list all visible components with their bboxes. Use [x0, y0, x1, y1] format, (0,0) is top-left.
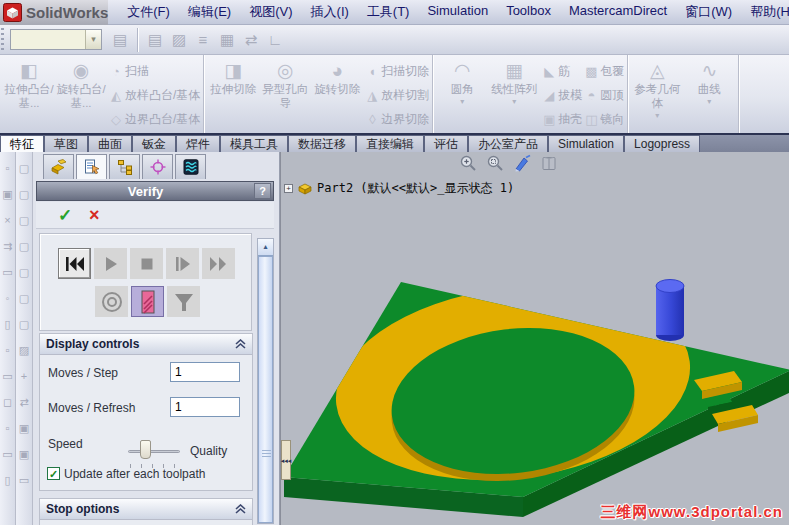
copy-feature-icon[interactable]: ▣ — [17, 416, 31, 442]
sketch-ink-icon[interactable]: ▨ — [167, 28, 191, 52]
propertymanager-tab[interactable] — [76, 154, 107, 179]
lasso-select-icon[interactable]: ▣ — [1, 182, 15, 208]
feature-cube-icon[interactable]: ▢ — [17, 260, 31, 286]
command-tab[interactable]: Logopress — [624, 135, 700, 152]
reference-geometry-button[interactable]: ◬参考几何体▾ — [631, 57, 683, 131]
cancel-button[interactable]: × — [89, 205, 100, 226]
speed-slider-groove[interactable] — [128, 450, 180, 453]
balloon-tool-icon[interactable]: ◦ — [1, 286, 15, 312]
collapse-chevron-icon[interactable] — [235, 339, 246, 349]
boundary-cut-button[interactable]: ◊边界切除 — [363, 107, 429, 131]
configuration-combobox[interactable]: ▾ — [10, 29, 102, 50]
zoom-to-area-icon[interactable] — [486, 154, 504, 172]
feature-cube-icon[interactable]: ▢ — [17, 156, 31, 182]
command-tab[interactable]: 曲面 — [88, 135, 132, 152]
command-tab[interactable]: 钣金 — [132, 135, 176, 152]
command-tab[interactable]: 办公室产品 — [468, 135, 548, 152]
turbo-mode-button[interactable] — [95, 286, 128, 317]
scroll-up-button[interactable]: ▴ — [258, 239, 273, 256]
menubar-item[interactable]: 帮助(H) — [741, 3, 789, 21]
feature-cube-icon[interactable]: ▢ — [17, 286, 31, 312]
revolved-boss-button[interactable]: ◉旋转凸台/基... — [55, 57, 107, 131]
step-forward-button[interactable] — [166, 248, 199, 279]
paste-feature-icon[interactable]: ▣ — [17, 442, 31, 468]
collapse-chevron-icon[interactable] — [235, 504, 246, 514]
feature-cube-icon[interactable]: ▢ — [17, 208, 31, 234]
surface-finish-icon[interactable]: ▭ — [1, 364, 15, 390]
command-tab[interactable]: 直接编辑 — [356, 135, 424, 152]
note-tool-icon[interactable]: ▭ — [1, 260, 15, 286]
boundary-boss-button[interactable]: ◇边界凸台/基体 — [107, 107, 200, 131]
play-button[interactable] — [94, 248, 127, 279]
dropdown-arrow-icon[interactable]: ▾ — [460, 97, 464, 106]
moves-refresh-input[interactable] — [170, 397, 240, 417]
help-button[interactable]: ? — [254, 183, 271, 199]
command-tab[interactable]: Simulation — [548, 135, 624, 152]
revision-tool-icon[interactable]: ▯ — [1, 468, 15, 494]
extruded-cut-button[interactable]: ◨拉伸切除 — [207, 57, 259, 131]
extruded-boss-button[interactable]: ◧拉伸凸台/基... — [3, 57, 55, 131]
feature-cube-icon[interactable]: ▢ — [17, 182, 31, 208]
command-tab[interactable]: 评估 — [424, 135, 468, 152]
pattern-tool-icon[interactable]: ▫ — [1, 416, 15, 442]
featuremanager-tab[interactable] — [43, 154, 74, 179]
menubar-item[interactable]: 文件(F) — [118, 3, 179, 21]
menubar-item[interactable]: 视图(V) — [240, 3, 301, 21]
part-tree-label[interactable]: Part2 (默认<<默认>_显示状态 1) — [317, 180, 514, 197]
rewind-button[interactable] — [58, 248, 91, 279]
part-3d-model[interactable] — [281, 152, 789, 525]
section-view-button[interactable] — [131, 286, 164, 317]
stop-options-header[interactable]: Stop options — [40, 499, 252, 520]
weld-symbol-icon[interactable]: ▫ — [1, 338, 15, 364]
menubar-item[interactable]: Toolbox — [497, 3, 560, 21]
linear-pattern-button[interactable]: ▦线性阵列▾ — [488, 57, 540, 131]
dimxpertmanager-tab[interactable] — [142, 154, 173, 179]
appearance-icon[interactable]: ▤ — [143, 28, 167, 52]
draft-button[interactable]: ◢拔模 — [540, 83, 582, 107]
menubar-item[interactable]: MastercamDirect — [560, 3, 676, 21]
displaymanager-tab[interactable] — [175, 154, 206, 179]
panel-title-bar[interactable]: Verify ? — [36, 181, 274, 201]
cancel-tool-icon[interactable]: × — [1, 208, 15, 234]
dropdown-arrow-icon[interactable]: ▾ — [707, 97, 711, 106]
zoom-in-icon[interactable] — [459, 154, 477, 172]
chevron-down-icon[interactable]: ▾ — [85, 30, 101, 49]
curves-button[interactable]: ∿曲线▾ — [683, 57, 735, 131]
dropdown-arrow-icon[interactable]: ▾ — [655, 111, 659, 120]
document-properties-icon[interactable]: ▤ — [108, 28, 132, 52]
filter-toolpath-button[interactable] — [167, 286, 200, 317]
command-tab[interactable]: 数据迁移 — [288, 135, 356, 152]
tree-expander[interactable]: + — [284, 184, 293, 193]
revolved-cut-button[interactable]: ◕旋转切除 — [311, 57, 363, 131]
pen-redline-icon[interactable] — [513, 154, 531, 172]
menubar-item[interactable]: 编辑(E) — [179, 3, 240, 21]
wrap-button[interactable]: ▩包覆 — [582, 59, 624, 83]
feature-cube-icon[interactable]: ▢ — [17, 312, 31, 338]
book-icon[interactable] — [540, 154, 558, 172]
panel-splitter-handle[interactable]: ◂◂◂ — [281, 440, 291, 480]
line-format-icon[interactable]: ≡ — [191, 28, 215, 52]
align-arrows-icon[interactable]: ⇉ — [1, 234, 15, 260]
menubar-item[interactable]: Simulation — [418, 3, 497, 21]
menubar-item[interactable]: 插入(I) — [302, 3, 358, 21]
stop-button[interactable] — [130, 248, 163, 279]
suppress-feature-icon[interactable]: ▭ — [17, 468, 31, 494]
command-tab[interactable]: 焊件 — [176, 135, 220, 152]
datum-tool-icon[interactable]: ▯ — [1, 312, 15, 338]
feature-cube-icon[interactable]: ▢ — [17, 234, 31, 260]
command-tab[interactable]: 模具工具 — [220, 135, 288, 152]
toolbar-grip[interactable] — [1, 28, 4, 52]
add-sketch-icon[interactable]: + — [17, 364, 31, 390]
ok-button[interactable]: ✓ — [58, 205, 72, 226]
mirror-button[interactable]: ◫镜向 — [582, 107, 624, 131]
box-select-icon[interactable]: ▫ — [1, 156, 15, 182]
speed-slider-thumb[interactable] — [140, 440, 151, 459]
moves-step-input[interactable] — [170, 362, 240, 382]
fast-forward-button[interactable] — [202, 248, 235, 279]
graphics-viewport[interactable]: + Part2 (默认<<默认>_显示状态 1) ◂◂◂ 三维网www.3dpo… — [280, 152, 789, 525]
menubar-item[interactable]: 工具(T) — [358, 3, 419, 21]
scrollbar-thumb[interactable] — [258, 256, 273, 523]
configurationmanager-tab[interactable] — [109, 154, 140, 179]
swept-boss-button[interactable]: ◔扫描 — [107, 59, 200, 83]
panel-scrollbar[interactable]: ▴ — [257, 238, 274, 524]
